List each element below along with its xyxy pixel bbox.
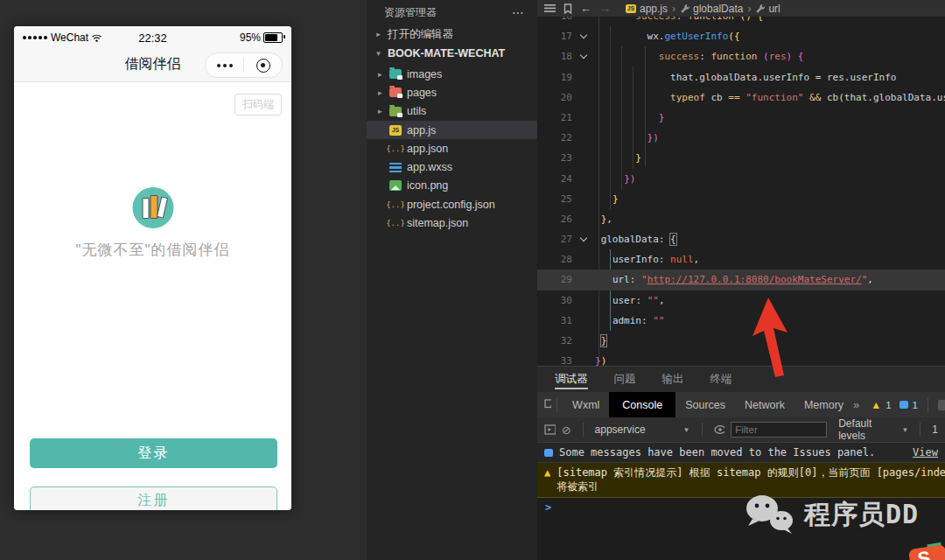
code-line-20[interactable]: 20 typeof cb == "function" && cb(that.gl… [537,88,945,108]
scan-code-button[interactable]: 扫码端 [234,94,282,116]
explorer-title: 资源管理器 [384,5,512,20]
code-line-32[interactable]: 32 } [537,331,945,351]
code-line-21[interactable]: 21 } [537,108,945,128]
fold-chevron-icon[interactable] [572,229,595,249]
code-line-18[interactable]: 18 success: function (res) { [537,46,945,66]
code-text: wx.getUserInfo({ [595,26,740,46]
debugger-tab-终端[interactable]: 终端 [710,367,732,392]
project-root[interactable]: ▾ BOOK-MATE-WECHAT [367,44,537,63]
show-sidebar-icon[interactable] [544,424,556,435]
json-file-icon [389,144,402,154]
open-editors-section[interactable]: ▸ 打开的编辑器 [367,24,537,44]
file-item-app.json[interactable]: app.json [367,139,537,158]
debugger-tab-输出[interactable]: 输出 [662,367,684,392]
line-number: 16 [537,17,572,26]
fold-chevron-icon[interactable] [572,26,595,46]
register-button[interactable]: 注册 [30,486,277,510]
code-line-19[interactable]: 19 that.globalData.userInfo = res.userIn… [537,67,945,88]
debugger-tab-调试器[interactable]: 调试器 [555,367,588,392]
fold-chevron-icon[interactable] [572,46,595,66]
file-item-app.js[interactable]: app.js [367,121,537,139]
miniprogram-page: 扫码端 "无微不至"的借阅伴侣 登录 注册 [14,82,291,510]
devtools-tab-network[interactable]: Network [735,392,794,417]
image-file-icon [389,180,402,191]
breadcrumb-separator: › [747,3,751,15]
json-file-icon [389,218,402,228]
wechat-capsule[interactable] [205,52,283,78]
file-item-utils[interactable]: ▸utils [367,102,537,121]
code-line-23[interactable]: 23 } [537,148,945,168]
debugger-tab-问题[interactable]: 问题 [614,367,636,392]
close-circle-icon[interactable] [244,59,282,73]
file-label: images [407,68,442,80]
code-text: } [595,189,619,209]
line-number: 30 [537,290,572,311]
issues-bubble-icon [544,449,553,457]
more-dots-icon[interactable] [206,64,243,67]
file-label: pages [407,87,437,99]
fold-gutter [572,351,595,366]
code-line-24[interactable]: 24 }) [537,169,945,189]
nav-forward-icon[interactable]: → [599,2,611,15]
breadcrumb-app.js[interactable]: JSapp.js [626,3,668,15]
line-number: 25 [537,189,572,209]
devtools-tab-memory[interactable]: Memory [794,392,853,417]
file-item-pages[interactable]: ▸pages [367,83,537,102]
code-line-33[interactable]: 33}) [537,351,945,366]
code-line-27[interactable]: 27 globalData: { [537,229,945,249]
folder-arrow-icon: ▸ [378,107,389,116]
line-number: 26 [537,209,572,229]
code-line-31[interactable]: 31 admin: "" [537,311,945,331]
chevron-right-icon: ▸ [374,30,383,38]
folder-images-icon [389,69,402,79]
code-line-22[interactable]: 22 }) [537,128,945,148]
open-editors-label: 打开的编辑器 [388,27,453,42]
menu-icon[interactable] [544,4,556,12]
levels-caret-icon[interactable]: ▼ [901,426,908,434]
code-line-29[interactable]: 29 url: "http://127.0.0.1:8080/bookMateS… [537,270,945,290]
code-line-17[interactable]: 17 wx.getUserInfo({ [537,26,945,46]
devtools-tab-wxml[interactable]: Wxml [563,392,609,417]
warning-icon: ▲ [871,399,881,411]
overflow-tabs-icon[interactable]: » [853,398,859,411]
code-text: }) [595,169,635,189]
fold-gutter [572,148,595,168]
eye-icon[interactable] [714,425,725,434]
devtools-tab-sources[interactable]: Sources [676,392,735,417]
code-lines[interactable]: 16 success: function () {17 wx.getUserIn… [537,17,945,366]
bookmark-icon[interactable] [564,4,572,14]
code-line-26[interactable]: 26 }, [537,209,945,229]
login-button[interactable]: 登录 [30,438,277,468]
nav-back-icon[interactable]: ← [580,2,592,15]
devtools-tab-console[interactable]: Console [609,392,676,417]
file-item-icon.png[interactable]: icon.png [367,177,537,195]
issues-count[interactable]: 1 [913,400,918,410]
context-selector[interactable]: appservice [595,424,646,436]
file-item-project.config.json[interactable]: project.config.json [367,195,537,214]
code-text: }, [595,209,612,229]
code-line-16[interactable]: 16 success: function () { [537,17,945,26]
file-item-images[interactable]: ▸images [367,65,537,83]
context-caret-icon[interactable]: ▼ [683,426,690,434]
file-label: app.json [407,143,448,155]
view-issues-link[interactable]: View [913,446,938,458]
breadcrumb-url[interactable]: url [755,3,780,15]
code-line-30[interactable]: 30 user: "", [537,290,945,311]
corner-logo: S [905,543,945,560]
code-line-28[interactable]: 28 userInfo: null, [537,249,945,270]
fold-gutter [572,270,595,290]
inspect-element-icon[interactable] [544,399,551,411]
folder-pages-icon [389,88,402,97]
log-levels-selector[interactable]: Default levels [838,417,895,442]
project-name: BOOK-MATE-WECHAT [388,47,505,60]
console-filter-input[interactable] [731,422,827,438]
code-line-25[interactable]: 25 } [537,189,945,209]
warning-count[interactable]: 1 [886,400,891,410]
fold-gutter [572,311,595,331]
devtools-tabbar: WxmlConsoleSourcesNetworkMemory » ▲ 1 1 [537,392,945,417]
more-actions-icon[interactable]: ⋯ [512,5,525,19]
file-item-sitemap.json[interactable]: sitemap.json [367,214,537,232]
clear-console-icon[interactable]: ⊘ [562,424,571,437]
file-item-app.wxss[interactable]: app.wxss [367,158,537,176]
breadcrumb-globalData[interactable]: globalData [680,3,743,15]
